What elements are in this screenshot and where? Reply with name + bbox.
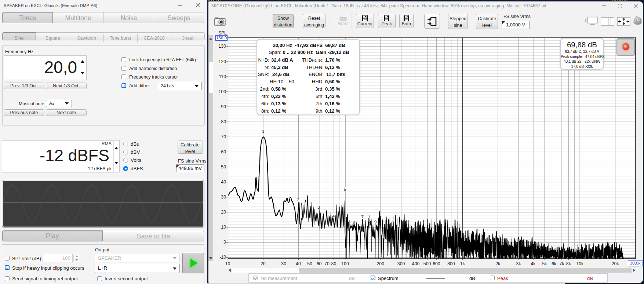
- svg-text:6: 6: [352, 221, 354, 225]
- svg-text:4: 4: [332, 214, 335, 218]
- svg-text:5: 5: [343, 187, 346, 192]
- svg-text:3: 3: [317, 205, 320, 210]
- svg-text:8: 8: [368, 218, 370, 222]
- svg-text:1: 1: [262, 130, 264, 134]
- svg-text:7: 7: [361, 215, 363, 219]
- svg-text:2: 2: [297, 197, 299, 202]
- svg-text:9: 9: [374, 220, 376, 225]
